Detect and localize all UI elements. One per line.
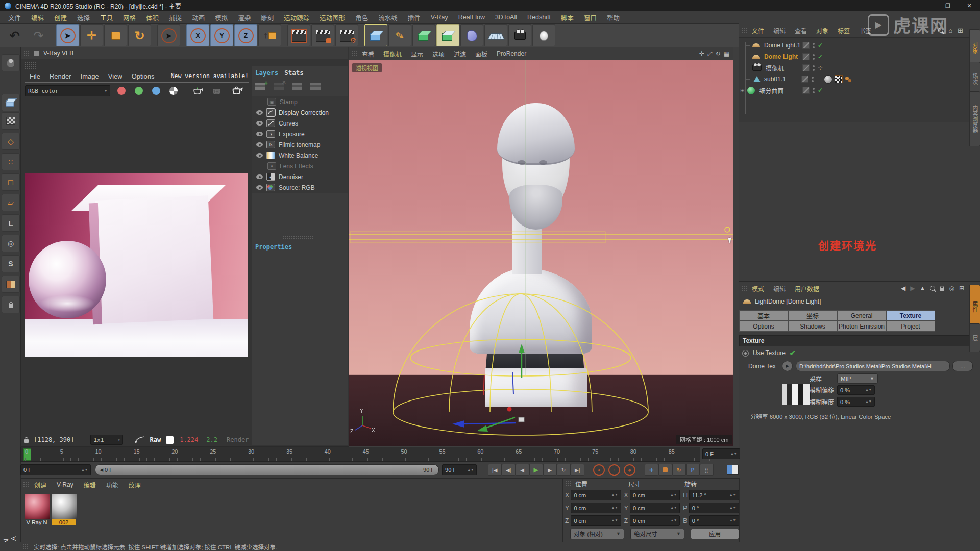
blue-channel-icon[interactable]	[152, 87, 160, 95]
previous-frame-button[interactable]: ◀	[516, 464, 529, 476]
texture-preview-thumbnail[interactable]	[782, 384, 811, 405]
menu-script[interactable]: 脚本	[556, 13, 579, 22]
tab-general[interactable]: General	[837, 310, 886, 321]
live-selection-tool[interactable]: ➤	[56, 24, 79, 46]
tab-photon-emission[interactable]: Photon Emission	[837, 321, 886, 332]
undo-button[interactable]: ↶	[3, 24, 26, 46]
side-tab-objects[interactable]: 对象	[969, 29, 980, 67]
vfb-menu-view[interactable]: View	[104, 72, 127, 80]
keyframe-selection-button[interactable]: ◆	[624, 464, 635, 476]
om-menu-view[interactable]: 查看	[790, 26, 812, 35]
coord-mode-select[interactable]: 对象 (相对)▼	[570, 529, 624, 539]
attr-menu-mode[interactable]: 模式	[747, 284, 769, 293]
texture-mode-icon[interactable]	[2, 112, 20, 130]
tab-shadows[interactable]: Shadows	[788, 321, 837, 332]
spline-pen-button[interactable]: ✎	[388, 24, 411, 46]
points-mode-icon[interactable]: ∷	[2, 153, 20, 170]
vfb-menu-render[interactable]: Render	[45, 72, 76, 80]
subdivision-surface-button[interactable]	[412, 24, 435, 46]
size-y-field[interactable]: 0 cm▲▼	[630, 503, 680, 513]
color-swatch[interactable]	[166, 436, 174, 444]
pixel-lock-icon[interactable]	[24, 439, 29, 443]
viewport-grip[interactable]	[351, 51, 357, 57]
coordinate-system-button[interactable]: ↑	[258, 24, 281, 46]
vfb-menu-image[interactable]: Image	[76, 72, 104, 80]
menu-simulate[interactable]: 模拟	[210, 13, 233, 22]
close-button[interactable]: ✕	[959, 0, 980, 11]
om-menu-file[interactable]: 文件	[747, 26, 769, 35]
vfb-channel-select[interactable]: RGB color▾	[25, 85, 110, 96]
minimize-button[interactable]: ─	[916, 0, 937, 11]
vfb-drag-handle[interactable]	[24, 62, 37, 69]
goto-start-button[interactable]: |◀	[488, 464, 502, 476]
tab-options[interactable]: Options	[739, 321, 788, 332]
object-row-subdivision[interactable]: ⊞ 细分曲面 ✓	[739, 85, 979, 96]
layer-row-curves[interactable]: Curves	[252, 118, 348, 129]
size-mode-select[interactable]: 绝对尺寸▼	[630, 529, 684, 539]
vp-menu-panel[interactable]: 面板	[471, 49, 492, 58]
play-button[interactable]: ▶	[529, 464, 543, 476]
menu-edit[interactable]: 编辑	[26, 13, 49, 22]
attr-grip[interactable]	[741, 285, 747, 291]
toggle-views-icon[interactable]: ▦	[724, 50, 729, 57]
vfb-grip[interactable]	[23, 50, 30, 56]
rot-b-field[interactable]: 0 °▲▼	[689, 515, 739, 526]
record-position-toggle[interactable]: ✛	[645, 464, 658, 476]
menu-snap[interactable]: 捕捉	[164, 13, 187, 22]
object-row-dome-light[interactable]: Dome Light ✓	[739, 51, 979, 62]
vp-menu-display[interactable]: 显示	[406, 49, 428, 58]
record-keyframe-button[interactable]: ●	[593, 464, 605, 476]
tab-stats[interactable]: Stats	[284, 69, 304, 77]
browse-button[interactable]: ...	[952, 361, 973, 371]
move-tool[interactable]: ✛	[80, 24, 103, 46]
attr-lock-icon[interactable]	[940, 288, 944, 291]
last-tool-button[interactable]: ➤	[157, 24, 180, 46]
green-channel-icon[interactable]	[135, 87, 143, 95]
mat-menu-texture[interactable]: 纹理	[124, 481, 146, 489]
tab-layers[interactable]: Layers	[255, 69, 278, 77]
blur-strength-field[interactable]: 0 %▲▼	[837, 397, 875, 407]
expand-icon[interactable]: ⊞	[740, 88, 744, 93]
vfb-update-notice[interactable]: New version available!	[171, 72, 249, 80]
add-layer-icon[interactable]: +	[255, 83, 265, 90]
om-menu-objects[interactable]: 对象	[812, 26, 833, 35]
attr-grid-icon[interactable]: ⊞	[959, 285, 964, 292]
material-thumb-002[interactable]	[52, 494, 77, 519]
render-start-icon[interactable]	[231, 86, 244, 95]
menu-vray[interactable]: V-Ray	[426, 14, 453, 21]
menu-animate[interactable]: 动画	[187, 13, 210, 22]
timeline-ruler[interactable]: 051015202530354045505560657075808590	[20, 447, 700, 462]
render-settings-button[interactable]: ⚙	[335, 24, 358, 46]
rot-h-field[interactable]: 11.2 °▲▼	[689, 490, 739, 500]
menu-motion-tracker[interactable]: 运动跟踪	[279, 13, 314, 22]
menu-character[interactable]: 角色	[350, 13, 373, 22]
lock-workplane-icon[interactable]	[2, 296, 20, 313]
delete-layer-icon[interactable]: ✕	[274, 83, 284, 90]
render-last-icon[interactable]	[192, 87, 204, 95]
record-pla-toggle[interactable]: ⣿	[700, 464, 714, 476]
om-menu-tags[interactable]: 标签	[833, 26, 854, 35]
record-rotation-toggle[interactable]: ↻	[672, 464, 686, 476]
coord-grip[interactable]	[565, 481, 571, 487]
snap-icon[interactable]: S	[2, 255, 20, 272]
load-layers-icon[interactable]	[310, 83, 321, 90]
attr-target-icon[interactable]: ◎	[949, 285, 954, 292]
vp-menu-prorender[interactable]: ProRender	[492, 50, 531, 57]
layers-splitter[interactable]	[283, 236, 313, 240]
texture-section-header[interactable]: Texture	[739, 335, 973, 346]
previous-key-button[interactable]: ◀|	[502, 464, 516, 476]
viewport-canvas[interactable]: 透视视图	[349, 60, 733, 446]
lock-y-axis-button[interactable]: Y	[210, 24, 233, 46]
side-tab-attributes[interactable]: 属性	[969, 285, 980, 329]
om-menu-edit[interactable]: 编辑	[769, 26, 790, 35]
menu-sculpt[interactable]: 雕刻	[256, 13, 279, 22]
om-add-icon[interactable]: ⊞	[958, 27, 963, 34]
menu-plugins[interactable]: 插件	[403, 13, 426, 22]
camera-button[interactable]	[508, 24, 531, 46]
vfb-menu-file[interactable]: File	[25, 72, 45, 80]
menu-mograph[interactable]: 运动图形	[314, 13, 350, 22]
environment-floor-button[interactable]	[484, 24, 507, 46]
render-region-icon[interactable]	[211, 87, 224, 95]
goto-end-button[interactable]: ▶|	[571, 464, 584, 476]
edges-mode-icon[interactable]: ◻	[2, 173, 20, 191]
